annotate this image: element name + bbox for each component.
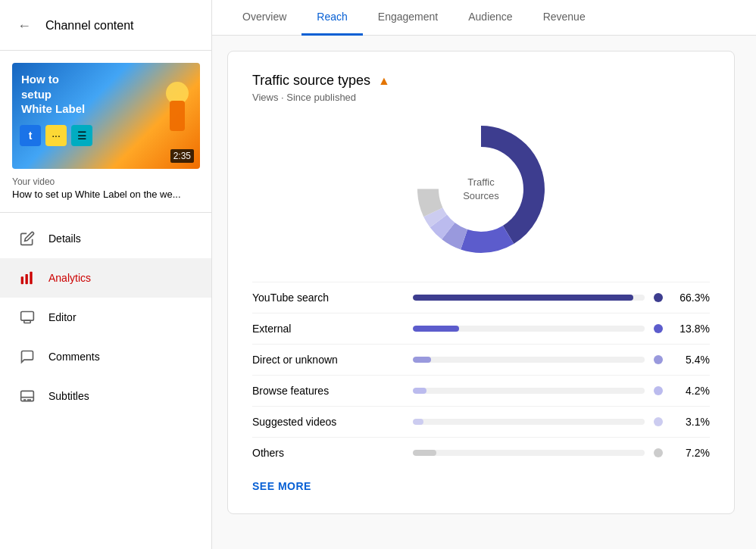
- traffic-percentage: 13.8%: [672, 323, 710, 335]
- traffic-row: Others7.2%: [252, 437, 710, 468]
- content-area: Traffic source types ▲ Views · Since pub…: [212, 36, 756, 549]
- see-more-button[interactable]: SEE MORE: [252, 480, 311, 492]
- svg-rect-4: [24, 320, 30, 323]
- editor-label: Editor: [48, 311, 77, 323]
- traffic-sources-card: Traffic source types ▲ Views · Since pub…: [227, 51, 735, 514]
- sidebar: ← Channel content How tosetupWhite Label…: [0, 0, 212, 549]
- svg-rect-2: [30, 272, 32, 285]
- traffic-bar: [413, 326, 459, 332]
- traffic-bar: [413, 357, 431, 363]
- traffic-bar-container: [413, 450, 645, 456]
- svg-rect-1: [26, 274, 28, 284]
- sidebar-header: ← Channel content: [0, 0, 211, 51]
- traffic-percentage: 5.4%: [672, 354, 710, 366]
- svg-rect-0: [21, 276, 23, 284]
- traffic-dot: [654, 293, 663, 302]
- card-title: Traffic source types: [252, 73, 370, 89]
- warning-icon: ▲: [378, 74, 390, 88]
- video-label: Your video: [12, 176, 199, 187]
- card-title-row: Traffic source types ▲: [252, 73, 710, 89]
- sidebar-item-details[interactable]: Details: [0, 219, 211, 258]
- pencil-icon: [18, 229, 36, 248]
- traffic-source-label: Browse features: [252, 385, 404, 397]
- traffic-bar: [413, 295, 633, 301]
- tab-engagement[interactable]: Engagement: [363, 0, 453, 36]
- traffic-rows: YouTube search66.3%External13.8%Direct o…: [252, 282, 710, 468]
- traffic-source-label: Others: [252, 447, 404, 459]
- sidebar-title: Channel content: [45, 19, 134, 33]
- video-title: How to set up White Label on the we...: [12, 189, 199, 200]
- traffic-source-label: YouTube search: [252, 292, 404, 304]
- traffic-source-label: Suggested videos: [252, 416, 404, 428]
- thumbnail-icon-row: t ··· ☰: [20, 125, 92, 146]
- traffic-bar: [413, 419, 423, 425]
- traffic-percentage: 7.2%: [672, 447, 710, 459]
- back-button[interactable]: ←: [12, 14, 36, 38]
- sidebar-item-subtitles[interactable]: Subtitles: [0, 376, 211, 416]
- traffic-bar-container: [413, 295, 645, 301]
- traffic-percentage: 4.2%: [672, 385, 710, 397]
- tab-audience[interactable]: Audience: [453, 0, 527, 36]
- traffic-dot: [654, 355, 663, 364]
- traffic-source-label: External: [252, 323, 404, 335]
- comments-icon: [18, 348, 36, 366]
- traffic-row: Suggested videos3.1%: [252, 406, 710, 437]
- traffic-bar-container: [413, 357, 645, 363]
- traffic-percentage: 66.3%: [672, 292, 710, 304]
- sidebar-item-analytics[interactable]: Analytics: [0, 258, 211, 298]
- traffic-row: External13.8%: [252, 313, 710, 344]
- main-content: Overview Reach Engagement Audience Reven…: [212, 0, 756, 549]
- analytics-icon: [18, 269, 36, 287]
- donut-chart: TrafficSources: [413, 121, 549, 257]
- traffic-bar: [413, 450, 436, 456]
- video-duration: 2:35: [170, 149, 194, 163]
- traffic-percentage: 3.1%: [672, 416, 710, 428]
- traffic-dot: [654, 417, 663, 426]
- donut-center-label: TrafficSources: [463, 176, 499, 203]
- traffic-dot: [654, 324, 663, 333]
- icon-t: t: [20, 125, 41, 146]
- icon-dots: ···: [45, 125, 67, 146]
- traffic-row: YouTube search66.3%: [252, 282, 710, 313]
- sidebar-item-comments[interactable]: Comments: [0, 337, 211, 376]
- tab-reach[interactable]: Reach: [301, 0, 362, 36]
- tabs-bar: Overview Reach Engagement Audience Reven…: [212, 0, 756, 36]
- analytics-label: Analytics: [48, 272, 91, 284]
- traffic-bar-container: [413, 419, 645, 425]
- icon-menu: ☰: [71, 125, 92, 146]
- tab-revenue[interactable]: Revenue: [528, 0, 601, 36]
- details-label: Details: [48, 232, 81, 245]
- traffic-row: Browse features4.2%: [252, 375, 710, 406]
- sidebar-nav: Details Analytics Editor Comments Subtit…: [0, 213, 211, 422]
- svg-rect-3: [21, 312, 34, 321]
- thumbnail-text: How tosetupWhite Label: [12, 63, 94, 126]
- video-preview: How tosetupWhite Label t ··· ☰ 2:35 Your…: [0, 51, 211, 213]
- card-subtitle: Views · Since published: [252, 92, 710, 103]
- subtitles-label: Subtitles: [48, 390, 89, 402]
- editor-icon: [18, 308, 36, 326]
- donut-chart-container: TrafficSources: [252, 121, 710, 257]
- traffic-source-label: Direct or unknown: [252, 354, 404, 366]
- traffic-dot: [654, 448, 663, 457]
- traffic-bar: [413, 388, 426, 394]
- tab-overview[interactable]: Overview: [227, 0, 301, 36]
- traffic-dot: [654, 386, 663, 395]
- traffic-bar-container: [413, 326, 645, 332]
- traffic-row: Direct or unknown5.4%: [252, 344, 710, 375]
- sidebar-item-editor[interactable]: Editor: [0, 298, 211, 337]
- comments-label: Comments: [48, 351, 100, 363]
- video-thumbnail: How tosetupWhite Label t ··· ☰ 2:35: [12, 63, 200, 169]
- traffic-bar-container: [413, 388, 645, 394]
- subtitles-icon: [18, 387, 36, 405]
